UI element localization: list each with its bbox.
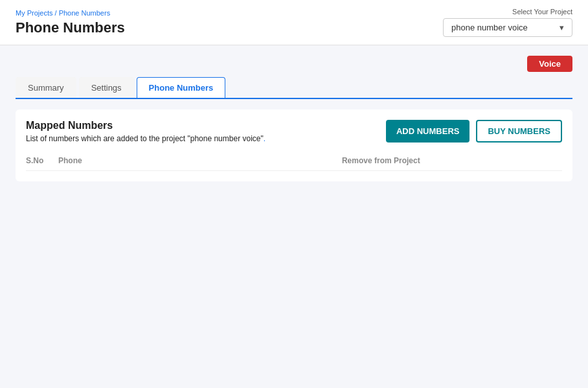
action-buttons: ADD NUMBERS BUY NUMBERS [386,120,562,143]
breadcrumb-separator: / [52,9,58,17]
col-phone: Phone [58,156,136,165]
tab-phone-numbers[interactable]: Phone Numbers [137,77,226,98]
project-select-area: Select Your Project phone number voice ▾ [443,8,572,37]
project-dropdown[interactable]: phone number voice ▾ [443,18,572,37]
project-dropdown-value: phone number voice [451,23,528,32]
breadcrumb-my-projects[interactable]: My Projects [16,9,52,17]
add-numbers-button[interactable]: ADD NUMBERS [386,120,470,143]
content-area: Voice Summary Settings Phone Numbers Map… [0,45,588,192]
col-config [136,156,278,165]
project-select-label: Select Your Project [512,8,572,16]
mapped-table-header: S.No Phone Remove from Project [26,151,562,171]
breadcrumb-current: Phone Numbers [59,9,111,17]
chevron-down-icon: ▾ [560,23,564,32]
top-bar: My Projects / Phone Numbers Phone Number… [0,0,588,45]
col-remove: Remove from Project [278,156,420,165]
mapped-table-area: S.No Phone Remove from Project [26,151,562,171]
buy-numbers-button[interactable]: BUY NUMBERS [476,120,562,143]
voice-badge-row: Voice [16,56,572,72]
breadcrumb[interactable]: My Projects / Phone Numbers [16,9,125,17]
voice-badge: Voice [527,56,572,72]
tab-summary[interactable]: Summary [16,77,76,98]
tabs-bar: Summary Settings Phone Numbers [16,77,572,99]
mapped-numbers-section: Mapped Numbers List of numbers which are… [16,109,572,181]
page-title: Phone Numbers [16,19,125,36]
tab-settings[interactable]: Settings [79,77,134,98]
title-area: My Projects / Phone Numbers Phone Number… [16,9,125,36]
col-sno: S.No [26,156,58,165]
